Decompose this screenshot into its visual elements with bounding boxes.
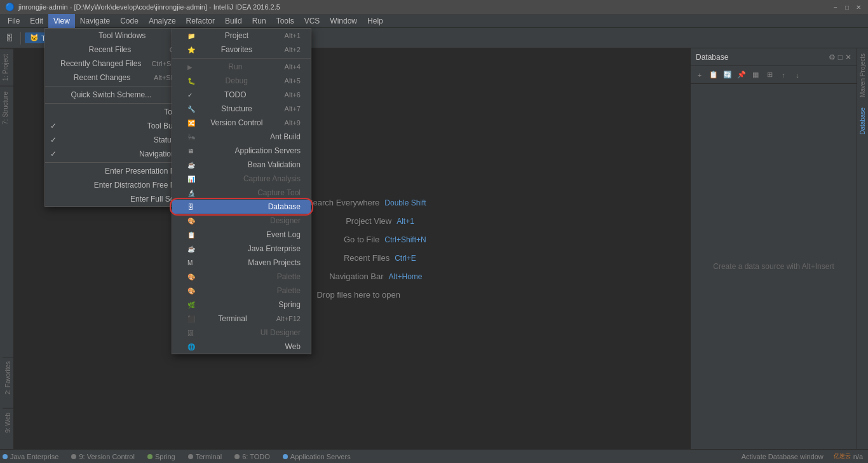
status-version-control[interactable]: 9: Version Control bbox=[69, 450, 137, 464]
tw-maven-projects[interactable]: M Maven Projects bbox=[172, 256, 311, 270]
tomcat-icon: 🐱 bbox=[30, 34, 39, 42]
app-icon: 🔵 bbox=[5, 3, 15, 11]
tw-version-control[interactable]: 🔀 Version Control Alt+9 bbox=[172, 116, 311, 130]
status-app-servers[interactable]: Application Servers bbox=[280, 450, 353, 464]
status-right-logo: 亿速云 bbox=[834, 452, 851, 460]
menu-build[interactable]: Build bbox=[220, 14, 247, 28]
status-terminal[interactable]: Terminal bbox=[186, 450, 225, 464]
tw-web-icon: 🌐 bbox=[187, 343, 195, 350]
tw-palette-1: 🎨 Palette bbox=[172, 270, 311, 284]
tw-capturetool-icon: 🔬 bbox=[187, 190, 195, 197]
tw-vc-icon: 🔀 bbox=[187, 120, 195, 127]
db-table-icon[interactable]: ▦ bbox=[749, 69, 762, 81]
menu-bar: File Edit View Navigate Code Analyze Ref… bbox=[0, 14, 868, 28]
tw-database-icon: 🗄 bbox=[187, 204, 194, 211]
tw-event-log[interactable]: 📋 Event Log bbox=[172, 228, 311, 242]
shortcut-drop: Drop files here to open bbox=[299, 290, 405, 300]
tw-todo-icon: ✓ bbox=[187, 92, 193, 99]
tw-ant-build[interactable]: 🐜 Ant Build bbox=[172, 130, 311, 144]
tool-windows-submenu: 📁 Project Alt+1 ⭐ Favorites Alt+2 ▶ Run … bbox=[172, 28, 311, 354]
db-panel-settings-icon[interactable]: ⚙ bbox=[829, 53, 836, 62]
db-refresh-icon[interactable]: 🔄 bbox=[721, 69, 734, 81]
tw-web-label: Web bbox=[285, 342, 301, 351]
tw-run: ▶ Run Alt+4 bbox=[172, 60, 311, 74]
db-panel-restore-icon[interactable]: □ bbox=[838, 53, 843, 62]
tab-structure[interactable]: 7: Structure bbox=[0, 86, 13, 130]
tw-ant-label: Ant Build bbox=[270, 132, 301, 141]
menu-view[interactable]: View bbox=[48, 14, 75, 28]
db-import-icon[interactable]: ↓ bbox=[791, 69, 804, 81]
tab-web[interactable]: 9: Web bbox=[3, 408, 13, 437]
tw-spring[interactable]: 🌿 Spring bbox=[172, 298, 311, 312]
status-spring[interactable]: Spring bbox=[145, 450, 178, 464]
search-everywhere-key: Double Shift bbox=[384, 198, 426, 207]
tw-database-label: Database bbox=[268, 202, 301, 211]
tw-todo[interactable]: ✓ TODO Alt+6 bbox=[172, 88, 311, 102]
tw-favorites[interactable]: ⭐ Favorites Alt+2 bbox=[172, 43, 311, 57]
menu-analyze[interactable]: Analyze bbox=[144, 14, 181, 28]
tw-project[interactable]: 📁 Project Alt+1 bbox=[172, 29, 311, 43]
db-export-icon[interactable]: ↑ bbox=[777, 69, 790, 81]
minimize-button[interactable]: − bbox=[831, 3, 840, 11]
todo-dot bbox=[234, 454, 240, 459]
menu-run[interactable]: Run bbox=[247, 14, 271, 28]
menu-code[interactable]: Code bbox=[115, 14, 144, 28]
tw-structure-label: Structure bbox=[221, 104, 252, 113]
menu-refactor[interactable]: Refactor bbox=[181, 14, 220, 28]
tw-bean-label: Bean Validation bbox=[248, 160, 301, 169]
db-panel-title: Database bbox=[696, 53, 728, 62]
spring-dot bbox=[147, 454, 153, 459]
tab-favorites[interactable]: 2: Favorites bbox=[3, 357, 13, 398]
menu-tools[interactable]: Tools bbox=[271, 14, 299, 28]
title-bar-controls[interactable]: − □ ✕ bbox=[831, 3, 863, 11]
tw-terminal[interactable]: ⬛ Terminal Alt+F12 bbox=[172, 312, 311, 326]
menu-help[interactable]: Help bbox=[362, 14, 388, 28]
db-filter-icon[interactable]: ⊞ bbox=[763, 69, 776, 81]
tw-palette2-icon: 🎨 bbox=[187, 287, 195, 294]
db-add-icon[interactable]: + bbox=[693, 69, 706, 81]
tw-capture-tool: 🔬 Capture Tool bbox=[172, 186, 311, 200]
menu-file[interactable]: File bbox=[3, 14, 25, 28]
tool-windows-label: Tool Windows bbox=[98, 31, 146, 40]
tw-designer: 🎨 Designer bbox=[172, 214, 311, 228]
tw-structure-icon: 🔧 bbox=[187, 106, 195, 113]
quick-switch-label: Quick Switch Scheme... bbox=[71, 90, 151, 99]
tw-palette1-label: Palette bbox=[277, 272, 301, 281]
tw-designer-icon: 🎨 bbox=[187, 218, 195, 225]
right-tab-database[interactable]: Database bbox=[858, 102, 867, 140]
menu-edit[interactable]: Edit bbox=[25, 14, 48, 28]
recent-files-menu-label: Recent Files bbox=[89, 45, 132, 54]
menu-window[interactable]: Window bbox=[325, 14, 362, 28]
tw-web[interactable]: 🌐 Web bbox=[172, 340, 311, 354]
tw-java-enterprise[interactable]: ☕ Java Enterprise bbox=[172, 242, 311, 256]
tw-bean-validation[interactable]: ☕ Bean Validation bbox=[172, 158, 311, 172]
java-enterprise-dot bbox=[3, 454, 8, 459]
toolbar-db-icon[interactable]: 🗄 bbox=[3, 31, 17, 45]
db-panel-close-icon[interactable]: ✕ bbox=[845, 53, 851, 62]
right-tab-maven[interactable]: Maven Projects bbox=[858, 48, 867, 102]
db-panel-header: Database ⚙ □ ✕ bbox=[691, 48, 857, 66]
tw-database[interactable]: 🗄 Database bbox=[172, 200, 311, 214]
tw-application-servers[interactable]: 🖥 Application Servers bbox=[172, 144, 311, 158]
db-copy-icon[interactable]: 📋 bbox=[707, 69, 720, 81]
tw-debug-shortcut: Alt+5 bbox=[285, 77, 301, 85]
tw-structure[interactable]: 🔧 Structure Alt+7 bbox=[172, 102, 311, 116]
status-todo[interactable]: 6: TODO bbox=[232, 450, 273, 464]
tw-capture-icon: 📊 bbox=[187, 176, 195, 183]
tw-uidesigner-icon: 🖼 bbox=[187, 329, 194, 336]
todo-label: 6: TODO bbox=[242, 453, 270, 460]
status-java-enterprise[interactable]: Java Enterprise bbox=[0, 450, 61, 464]
tw-run-icon: ▶ bbox=[187, 64, 193, 71]
menu-navigate[interactable]: Navigate bbox=[75, 14, 115, 28]
menu-vcs[interactable]: VCS bbox=[299, 14, 325, 28]
tw-run-shortcut: Alt+4 bbox=[285, 63, 301, 71]
tw-favorites-label: Favorites bbox=[221, 45, 252, 54]
maximize-button[interactable]: □ bbox=[843, 3, 851, 11]
close-button[interactable]: ✕ bbox=[854, 3, 863, 11]
tw-capture-analysis: 📊 Capture Analysis bbox=[172, 172, 311, 186]
tw-project-icon: 📁 bbox=[187, 32, 195, 39]
tab-project[interactable]: 1: Project bbox=[0, 48, 13, 86]
status-bar-left: Java Enterprise 9: Version Control Sprin… bbox=[0, 450, 353, 463]
db-empty-message: Create a data source with Alt+Insert bbox=[691, 84, 857, 449]
db-pin-icon[interactable]: 📌 bbox=[735, 69, 748, 81]
